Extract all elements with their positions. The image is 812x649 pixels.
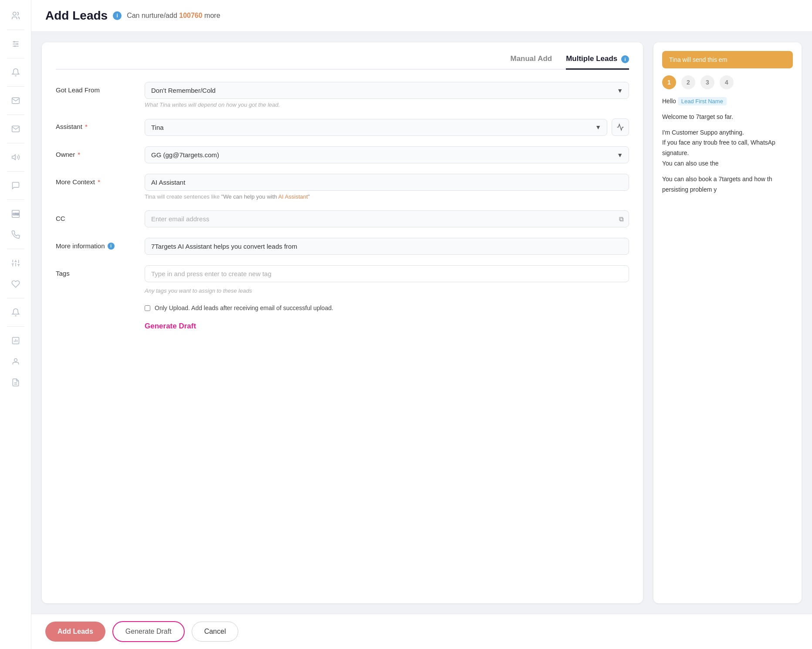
tabs: Manual Add Multiple Leads i	[56, 54, 629, 70]
svg-point-6	[14, 45, 15, 47]
cc-input-wrap: ⧉	[145, 210, 629, 227]
svg-point-4	[14, 41, 15, 42]
sidebar-icon-settings[interactable]	[7, 35, 24, 53]
owner-required: *	[78, 151, 80, 158]
owner-select[interactable]: GG (gg@7targets.com) Admin	[145, 146, 629, 163]
sidebar-divider-5	[7, 143, 24, 143]
generate-draft-inline-label[interactable]: Generate Draft	[145, 322, 629, 331]
sidebar-divider-3	[7, 86, 24, 87]
step-4[interactable]: 4	[720, 75, 734, 89]
preview-para-2: I'm Customer Suppo anything.If you face …	[662, 128, 793, 169]
label-got-lead-from: Got Lead From	[56, 82, 134, 94]
sidebar-icon-phone[interactable]	[7, 226, 24, 243]
sidebar-divider-6	[7, 171, 24, 172]
sidebar-icon-inbox[interactable]	[7, 92, 24, 109]
input-area-owner: GG (gg@7targets.com) Admin ▼	[145, 146, 629, 163]
sidebar-icon-users[interactable]	[7, 7, 24, 24]
checkbox-row-only-upload: Only Upload. Add leads after receiving e…	[145, 304, 629, 311]
sidebar: CRM	[0, 0, 31, 649]
page-title: Add Leads	[45, 9, 108, 23]
owner-select-wrapper: GG (gg@7targets.com) Admin ▼	[145, 146, 629, 163]
sidebar-icon-filter[interactable]	[7, 254, 24, 272]
got-lead-from-select[interactable]: Don't Remember/Cold Referral Conference …	[145, 82, 629, 99]
preview-steps: 1 2 3 4	[662, 75, 793, 89]
label-tags: Tags	[56, 265, 134, 277]
form-row-assistant: Assistant * Tina Alex Sarah ▼	[56, 118, 629, 136]
add-leads-button[interactable]: Add Leads	[45, 622, 105, 642]
cc-input[interactable]	[145, 210, 629, 227]
cc-copy-icon[interactable]: ⧉	[619, 215, 624, 223]
select-wrapper-got-lead-from: Don't Remember/Cold Referral Conference …	[145, 82, 629, 99]
content-area: Manual Add Multiple Leads i Got Lead Fro…	[31, 32, 812, 614]
cancel-button[interactable]: Cancel	[192, 622, 239, 642]
svg-text:CRM: CRM	[13, 213, 20, 216]
input-area-cc: ⧉	[145, 210, 629, 227]
input-area-tags: Any tags you want to assign to these lea…	[145, 265, 629, 294]
preview-greeting: Hello Lead First Name	[662, 96, 793, 107]
sidebar-icon-crm[interactable]: CRM	[7, 205, 24, 223]
label-cc: CC	[56, 210, 134, 222]
tab-manual[interactable]: Manual Add	[510, 54, 552, 70]
preview-para-1: Welcome to 7target so far.	[662, 112, 793, 122]
only-upload-label: Only Upload. Add leads after receiving e…	[155, 304, 333, 311]
sidebar-divider-4	[7, 115, 24, 115]
more-info-input[interactable]	[145, 238, 629, 255]
form-row-more-context: More Context * Tina will create sentence…	[56, 174, 629, 200]
sidebar-icon-doc[interactable]	[7, 374, 24, 391]
svg-point-5	[16, 43, 17, 44]
label-more-info: More information i	[56, 238, 134, 250]
label-owner: Owner *	[56, 146, 134, 158]
label-assistant: Assistant *	[56, 118, 134, 130]
page-header: Add Leads i Can nurture/add 100760 more	[31, 0, 812, 32]
sidebar-icon-broadcast[interactable]	[7, 149, 24, 166]
header-subtitle: Can nurture/add 100760 more	[127, 12, 220, 20]
sidebar-icon-mail[interactable]	[7, 120, 24, 138]
more-context-hint: Tina will create sentences like "We can …	[145, 193, 629, 200]
lead-count: 100760	[179, 12, 202, 19]
bottom-bar: Add Leads Generate Draft Cancel	[31, 614, 812, 649]
tab-info-icon[interactable]: i	[621, 55, 629, 63]
assistant-chart-button[interactable]	[612, 118, 629, 136]
form-row-owner: Owner * GG (gg@7targets.com) Admin ▼	[56, 146, 629, 163]
sidebar-divider-2	[7, 58, 24, 58]
page-info-icon[interactable]: i	[113, 11, 122, 20]
sidebar-divider-9	[7, 298, 24, 298]
tags-input[interactable]	[145, 265, 629, 282]
sidebar-divider-8	[7, 249, 24, 249]
step-3[interactable]: 3	[700, 75, 714, 89]
form-row-got-lead-from: Got Lead From Don't Remember/Cold Referr…	[56, 82, 629, 108]
email-preview-panel: Tina will send this em 1 2 3 4	[653, 42, 802, 603]
sidebar-icon-team[interactable]	[7, 353, 24, 370]
assistant-required: *	[85, 123, 88, 130]
assistant-row: Tina Alex Sarah ▼	[145, 118, 629, 136]
assistant-select-wrap: Tina Alex Sarah ▼	[145, 119, 607, 136]
lead-name-badge: Lead First Name	[678, 97, 727, 105]
sidebar-icon-bell[interactable]	[7, 64, 24, 81]
sidebar-icon-handshake[interactable]	[7, 275, 24, 293]
step-2[interactable]: 2	[681, 75, 695, 89]
input-area-got-lead-from: Don't Remember/Cold Referral Conference …	[145, 82, 629, 108]
main-content: Add Leads i Can nurture/add 100760 more …	[31, 0, 812, 649]
generate-draft-button[interactable]: Generate Draft	[112, 621, 185, 642]
sidebar-icon-chat[interactable]	[7, 177, 24, 194]
got-lead-from-hint: What Tina writes will depend on how you …	[145, 101, 629, 108]
tags-hint: Any tags you want to assign to these lea…	[145, 287, 629, 294]
svg-marker-8	[12, 155, 15, 160]
svg-point-24	[14, 358, 17, 362]
sidebar-icon-alert-bell[interactable]	[7, 304, 24, 321]
assistant-select[interactable]: Tina Alex Sarah	[145, 119, 607, 136]
tab-multiple[interactable]: Multiple Leads i	[566, 54, 629, 70]
form-row-tags: Tags Any tags you want to assign to thes…	[56, 265, 629, 294]
more-context-input[interactable]	[145, 174, 629, 191]
preview-content: Hello Lead First Name Welcome to 7target…	[662, 96, 793, 195]
sidebar-icon-report[interactable]	[7, 332, 24, 349]
sidebar-divider-10	[7, 326, 24, 327]
label-more-context: More Context *	[56, 174, 134, 186]
input-area-assistant: Tina Alex Sarah ▼	[145, 118, 629, 136]
form-row-cc: CC ⧉	[56, 210, 629, 227]
form-row-more-info: More information i	[56, 238, 629, 255]
sidebar-divider-1	[7, 30, 24, 30]
more-info-icon[interactable]: i	[108, 243, 115, 250]
only-upload-checkbox[interactable]	[145, 305, 150, 311]
step-1[interactable]: 1	[662, 75, 676, 89]
